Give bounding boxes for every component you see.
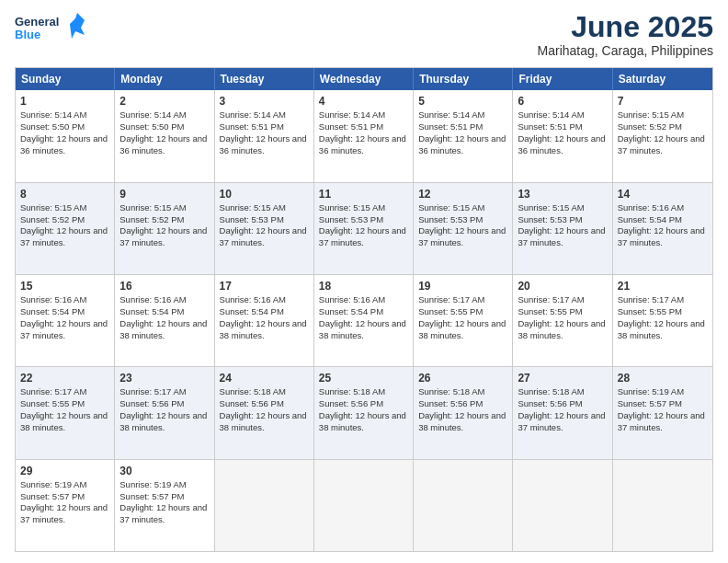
calendar-cell: 17Sunrise: 5:16 AMSunset: 5:54 PMDayligh… (215, 275, 314, 366)
sunset-info: Sunset: 5:55 PM (518, 306, 582, 316)
calendar-cell: 21Sunrise: 5:17 AMSunset: 5:55 PMDayligh… (613, 275, 712, 366)
day-number: 18 (319, 279, 408, 293)
sunset-info: Sunset: 5:52 PM (618, 121, 682, 132)
sunrise-info: Sunrise: 5:17 AM (418, 294, 484, 304)
sunrise-info: Sunrise: 5:19 AM (20, 479, 86, 489)
daylight-label: Daylight: 12 hours and 38 minutes. (220, 318, 307, 340)
calendar-row: 8Sunrise: 5:15 AMSunset: 5:52 PMDaylight… (16, 182, 712, 274)
day-number: 19 (418, 279, 507, 293)
header-wednesday: Wednesday (314, 68, 414, 90)
calendar-cell: 2Sunrise: 5:14 AMSunset: 5:50 PMDaylight… (115, 90, 214, 181)
sunset-info: Sunset: 5:52 PM (20, 214, 85, 224)
calendar-cell: 1Sunrise: 5:14 AMSunset: 5:50 PMDaylight… (16, 90, 115, 181)
header-thursday: Thursday (414, 68, 513, 90)
day-number: 20 (518, 279, 607, 293)
sunrise-info: Sunrise: 5:14 AM (319, 109, 385, 120)
daylight-label: Daylight: 12 hours and 37 minutes. (618, 133, 705, 155)
svg-text:General: General (15, 15, 59, 29)
daylight-label: Daylight: 12 hours and 38 minutes. (220, 410, 307, 432)
calendar-cell: 29Sunrise: 5:19 AMSunset: 5:57 PMDayligh… (16, 460, 115, 551)
calendar-cell: 20Sunrise: 5:17 AMSunset: 5:55 PMDayligh… (513, 275, 612, 366)
sunset-info: Sunset: 5:54 PM (618, 214, 682, 224)
daylight-label: Daylight: 12 hours and 37 minutes. (20, 502, 108, 524)
calendar-cell: 3Sunrise: 5:14 AMSunset: 5:51 PMDaylight… (215, 90, 314, 181)
calendar-cell (215, 460, 314, 551)
daylight-label: Daylight: 12 hours and 38 minutes. (618, 318, 705, 340)
sunrise-info: Sunrise: 5:15 AM (319, 202, 385, 213)
sunset-info: Sunset: 5:52 PM (119, 214, 184, 224)
calendar-cell (513, 460, 612, 551)
day-number: 9 (119, 187, 209, 201)
calendar-row: 22Sunrise: 5:17 AMSunset: 5:55 PMDayligh… (16, 366, 712, 458)
day-number: 26 (418, 371, 507, 385)
header-monday: Monday (115, 68, 214, 90)
day-number: 3 (220, 94, 309, 109)
calendar-cell: 26Sunrise: 5:18 AMSunset: 5:56 PMDayligh… (414, 367, 513, 458)
day-number: 17 (220, 279, 309, 293)
calendar-row: 15Sunrise: 5:16 AMSunset: 5:54 PMDayligh… (16, 274, 712, 366)
calendar-row: 1Sunrise: 5:14 AMSunset: 5:50 PMDaylight… (16, 90, 712, 181)
daylight-label: Daylight: 12 hours and 38 minutes. (20, 410, 108, 432)
header-saturday: Saturday (613, 68, 712, 90)
daylight-label: Daylight: 12 hours and 37 minutes. (20, 225, 108, 247)
sunrise-info: Sunrise: 5:16 AM (618, 202, 684, 213)
sunset-info: Sunset: 5:54 PM (20, 306, 85, 316)
daylight-label: Daylight: 12 hours and 36 minutes. (20, 133, 108, 155)
day-number: 13 (518, 187, 607, 201)
daylight-label: Daylight: 12 hours and 37 minutes. (418, 225, 506, 247)
day-number: 7 (618, 94, 708, 109)
daylight-label: Daylight: 12 hours and 38 minutes. (119, 410, 207, 432)
sunrise-info: Sunrise: 5:18 AM (319, 386, 385, 396)
calendar-cell: 25Sunrise: 5:18 AMSunset: 5:56 PMDayligh… (314, 367, 414, 458)
header-friday: Friday (513, 68, 612, 90)
sunrise-info: Sunrise: 5:14 AM (220, 109, 286, 120)
daylight-label: Daylight: 12 hours and 36 minutes. (119, 133, 207, 155)
calendar-cell: 16Sunrise: 5:16 AMSunset: 5:54 PMDayligh… (115, 275, 214, 366)
calendar-header: Sunday Monday Tuesday Wednesday Thursday… (16, 68, 712, 90)
sunset-info: Sunset: 5:57 PM (119, 491, 184, 501)
sunset-info: Sunset: 5:54 PM (119, 306, 184, 316)
logo-svg: General Blue (15, 11, 88, 50)
sunset-info: Sunset: 5:57 PM (618, 398, 682, 408)
sunrise-info: Sunrise: 5:16 AM (319, 294, 385, 304)
sunset-info: Sunset: 5:56 PM (220, 398, 284, 408)
daylight-label: Daylight: 12 hours and 38 minutes. (119, 318, 207, 340)
day-number: 11 (319, 187, 408, 201)
day-number: 22 (20, 371, 109, 385)
month-title: June 2025 (538, 11, 713, 43)
day-number: 5 (418, 94, 507, 109)
sunrise-info: Sunrise: 5:14 AM (518, 109, 584, 120)
calendar-cell: 28Sunrise: 5:19 AMSunset: 5:57 PMDayligh… (613, 367, 712, 458)
day-number: 1 (20, 94, 109, 109)
day-number: 23 (119, 371, 209, 385)
sunset-info: Sunset: 5:56 PM (319, 398, 383, 408)
calendar-cell: 9Sunrise: 5:15 AMSunset: 5:52 PMDaylight… (115, 183, 214, 274)
calendar-cell (314, 460, 414, 551)
calendar-cell: 23Sunrise: 5:17 AMSunset: 5:56 PMDayligh… (115, 367, 214, 458)
header: General Blue June 2025 Marihatag, Caraga… (15, 11, 713, 58)
calendar-cell: 24Sunrise: 5:18 AMSunset: 5:56 PMDayligh… (215, 367, 314, 458)
day-number: 28 (618, 371, 708, 385)
daylight-label: Daylight: 12 hours and 36 minutes. (220, 133, 307, 155)
daylight-label: Daylight: 12 hours and 37 minutes. (319, 225, 406, 247)
daylight-label: Daylight: 12 hours and 37 minutes. (518, 410, 605, 432)
calendar-cell: 6Sunrise: 5:14 AMSunset: 5:51 PMDaylight… (513, 90, 612, 181)
daylight-label: Daylight: 12 hours and 37 minutes. (220, 225, 307, 247)
daylight-label: Daylight: 12 hours and 37 minutes. (518, 225, 605, 247)
calendar: Sunday Monday Tuesday Wednesday Thursday… (15, 67, 713, 552)
sunset-info: Sunset: 5:54 PM (319, 306, 383, 316)
calendar-cell: 12Sunrise: 5:15 AMSunset: 5:53 PMDayligh… (414, 183, 513, 274)
day-number: 12 (418, 187, 507, 201)
location: Marihatag, Caraga, Philippines (538, 43, 713, 58)
header-sunday: Sunday (16, 68, 115, 90)
sunset-info: Sunset: 5:51 PM (518, 121, 582, 132)
page: General Blue June 2025 Marihatag, Caraga… (0, 0, 728, 563)
calendar-row: 29Sunrise: 5:19 AMSunset: 5:57 PMDayligh… (16, 459, 712, 551)
sunrise-info: Sunrise: 5:18 AM (220, 386, 286, 396)
sunset-info: Sunset: 5:56 PM (518, 398, 582, 408)
sunset-info: Sunset: 5:56 PM (418, 398, 483, 408)
sunrise-info: Sunrise: 5:15 AM (418, 202, 484, 213)
day-number: 8 (20, 187, 109, 201)
calendar-cell (613, 460, 712, 551)
svg-marker-2 (70, 13, 85, 39)
